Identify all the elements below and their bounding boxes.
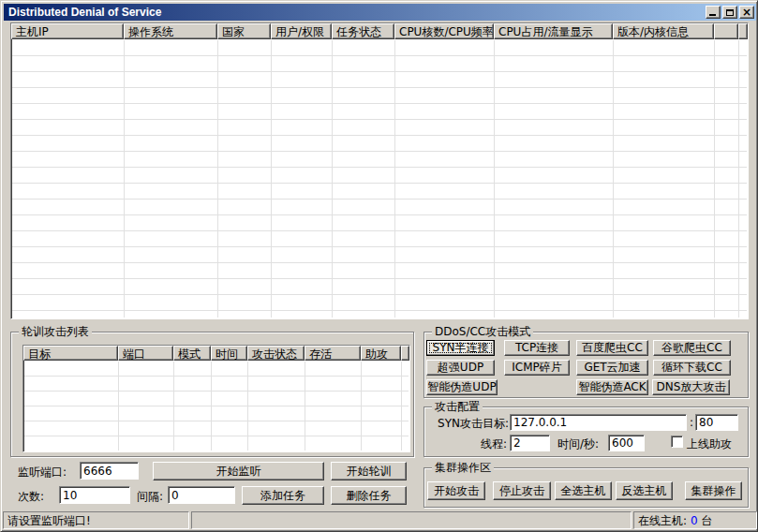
column-header-filler: [738, 23, 748, 39]
minimize-icon: [709, 14, 716, 16]
assist-label: 上线助攻: [687, 437, 732, 451]
time-input[interactable]: [608, 435, 645, 451]
start-attack-button[interactable]: 开始攻击: [427, 481, 485, 500]
add-task-button[interactable]: 添加任务: [242, 486, 324, 505]
mode-baidu-cc-button[interactable]: 百度爬虫CC: [576, 340, 648, 356]
column-header-user-priv[interactable]: 用户/权限: [271, 23, 332, 39]
grid-line: [211, 362, 212, 451]
column-header-cpu[interactable]: CPU核数/CPU频率: [394, 23, 494, 39]
mode-dns-amp-button[interactable]: DNS放大攻击: [652, 379, 730, 395]
column-header-country[interactable]: 国家: [217, 23, 271, 39]
thread-label: 线程:: [462, 437, 507, 451]
grid-line: [305, 362, 305, 451]
attack-config-group: 攻击配置 SYN攻击目标: : 线程: 时间/秒: 上线助攻: [424, 406, 749, 457]
mode-fake-ack-button[interactable]: 智能伪造ACK: [576, 379, 648, 395]
syn-target-label: SYN攻击目标:: [436, 417, 509, 430]
poll-list-body[interactable]: [24, 362, 409, 451]
online-hosts-count: 0: [691, 514, 698, 527]
column-header-target[interactable]: 目标: [23, 346, 118, 361]
thread-input[interactable]: [510, 435, 550, 451]
count-input[interactable]: [59, 486, 130, 504]
grid-line: [217, 40, 218, 318]
close-icon: ×: [742, 7, 751, 17]
grid-line: [394, 40, 395, 318]
column-header-filler: [401, 346, 409, 361]
maximize-button[interactable]: [722, 6, 737, 19]
grid-line: [714, 40, 715, 318]
select-all-button[interactable]: 全选主机: [555, 481, 612, 500]
poll-attack-group: 轮训攻击列表 目标 端口 模式 时间 攻击状态 存活 助攻: [10, 332, 414, 457]
mode-udp-button[interactable]: 超强UDP: [426, 360, 495, 376]
grid-line: [118, 362, 119, 451]
grid-line: [173, 362, 174, 451]
grid-line: [361, 362, 362, 451]
invert-select-button[interactable]: 反选主机: [616, 481, 673, 500]
cluster-group-label: 集群操作区: [432, 461, 494, 474]
listen-port-label: 监听端口:: [18, 466, 67, 479]
column-header-cpu-usage[interactable]: CPU占用/流量显示: [494, 23, 613, 39]
status-bar: 请设置监听端口! 在线主机: 0 台: [1, 511, 758, 531]
grid-line: [494, 40, 495, 318]
attack-mode-group: DDoS/CC攻击模式 SYN半连接 TCP连接 百度爬虫CC 谷歌爬虫CC 超…: [424, 332, 749, 398]
mode-google-cc-button[interactable]: 谷歌爬虫CC: [653, 340, 731, 356]
column-header-time[interactable]: 时间: [211, 346, 247, 361]
close-button[interactable]: ×: [739, 6, 754, 19]
status-middle: [191, 511, 632, 529]
column-header-task-status[interactable]: 任务状态: [332, 23, 394, 39]
column-header-os[interactable]: 操作系统: [124, 23, 217, 39]
delete-task-button[interactable]: 删除任务: [331, 486, 407, 505]
assist-checkbox[interactable]: [671, 436, 683, 448]
host-list-body[interactable]: [12, 40, 747, 318]
grid-line: [247, 362, 248, 451]
mode-syn-button[interactable]: SYN半连接: [426, 340, 495, 356]
syn-target-input[interactable]: [510, 414, 687, 431]
column-header-mode[interactable]: 模式: [173, 346, 211, 361]
mode-get-cloud-button[interactable]: GET云加速: [576, 360, 648, 376]
attack-config-group-label: 攻击配置: [432, 400, 483, 413]
attack-mode-group-label: DDoS/CC攻击模式: [432, 325, 533, 338]
grid-line: [738, 40, 739, 318]
grid-line: [613, 40, 614, 318]
maximize-icon: [726, 9, 734, 16]
mode-icmp-button[interactable]: ICMP碎片: [504, 360, 570, 376]
cluster-group: 集群操作区 开始攻击 停止攻击 全选主机 反选主机 集群操作: [424, 467, 749, 508]
target-port-input[interactable]: [695, 414, 738, 431]
grid-lines: [12, 40, 747, 318]
column-header-assist[interactable]: 助攻: [361, 346, 401, 361]
interval-label: 间隔:: [137, 490, 163, 503]
grid-line: [401, 362, 402, 451]
listen-port-input[interactable]: [80, 462, 139, 480]
poll-attack-list[interactable]: 目标 端口 模式 时间 攻击状态 存活 助攻: [22, 345, 410, 452]
start-poll-button[interactable]: 开始轮训: [331, 462, 407, 480]
column-header-alive[interactable]: 存活: [305, 346, 361, 361]
stop-attack-button[interactable]: 停止攻击: [493, 481, 551, 500]
status-online-hosts: 在线主机: 0 台: [633, 511, 757, 529]
count-label: 次数:: [18, 490, 44, 503]
mode-loop-dl-button[interactable]: 循环下载CC: [653, 360, 731, 376]
titlebar[interactable]: Distributed Denial of Service ×: [4, 4, 756, 21]
host-list-header: 主机IP 操作系统 国家 用户/权限 任务状态 CPU核数/CPU频率 CPU占…: [11, 23, 748, 39]
poll-attack-group-label: 轮训攻击列表: [19, 325, 92, 338]
grid-line: [332, 40, 333, 318]
column-header-attack-status[interactable]: 攻击状态: [247, 346, 305, 361]
target-port-colon: :: [690, 416, 693, 429]
app-window: Distributed Denial of Service × 主机IP 操作系…: [0, 0, 758, 532]
time-label: 时间/秒:: [557, 437, 599, 451]
interval-input[interactable]: [168, 486, 235, 504]
minimize-button[interactable]: [706, 6, 721, 19]
cluster-op-button[interactable]: 集群操作: [685, 481, 742, 500]
grid-line: [271, 40, 272, 318]
column-header-spare[interactable]: [714, 23, 738, 39]
column-header-port[interactable]: 端口: [118, 346, 173, 361]
window-title: Distributed Denial of Service: [8, 6, 161, 19]
mode-tcp-button[interactable]: TCP连接: [504, 340, 570, 356]
host-list[interactable]: 主机IP 操作系统 国家 用户/权限 任务状态 CPU核数/CPU频率 CPU占…: [10, 22, 749, 319]
column-header-host-ip[interactable]: 主机IP: [11, 23, 124, 39]
window-controls: ×: [706, 6, 754, 19]
poll-list-header: 目标 端口 模式 时间 攻击状态 存活 助攻: [23, 346, 409, 361]
start-listen-button[interactable]: 开始监听: [153, 462, 324, 480]
grid-lines: [24, 362, 409, 451]
online-hosts-unit: 台: [701, 514, 712, 527]
column-header-version-kernel[interactable]: 版本/内核信息: [613, 23, 714, 39]
mode-fake-udp-button[interactable]: 智能伪造UDP: [426, 379, 498, 395]
